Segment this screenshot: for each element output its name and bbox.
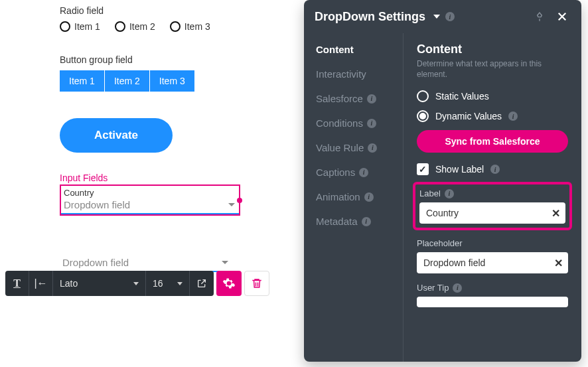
sync-from-salesforce-button[interactable]: Sync from Salesforce (417, 130, 568, 153)
pin-icon (534, 11, 545, 22)
open-external-button[interactable] (190, 271, 214, 296)
usertip-heading: User Tip i (417, 283, 568, 293)
chevron-down-icon[interactable] (433, 15, 440, 19)
radio-circle-icon (60, 21, 70, 32)
clear-button[interactable]: ✕ (551, 207, 560, 220)
button-group-item-3[interactable]: Item 3 (150, 70, 194, 92)
info-icon: i (367, 119, 376, 128)
font-family-value: Lato (60, 278, 78, 289)
radio-item-label: Item 1 (74, 21, 100, 32)
tab-label: Value Rule (316, 142, 364, 153)
radio-circle-icon (115, 21, 125, 32)
info-icon[interactable]: i (445, 12, 455, 21)
activate-button[interactable]: Activate (60, 118, 173, 153)
info-icon: i (359, 168, 368, 177)
align-left-icon: |← (34, 277, 47, 289)
placeholder-heading-text: Placeholder (417, 238, 463, 248)
panel-header: DropDown Settings i (304, 0, 581, 33)
dropdown-field-selected[interactable]: Country Dropdown field (60, 184, 240, 216)
info-icon: i (362, 217, 371, 226)
input-fields-header: Input Fields (60, 173, 299, 183)
clear-button[interactable]: ✕ (554, 257, 563, 269)
info-icon[interactable]: i (445, 189, 454, 198)
tab-metadata[interactable]: Metadata i (316, 216, 403, 227)
static-values-radio[interactable]: Static Values (417, 90, 568, 102)
tab-label: Interactivity (316, 68, 366, 80)
label-form-group: Label i Country ✕ (413, 182, 572, 230)
label-input[interactable]: Country (419, 202, 565, 224)
checkbox-checked-icon: ✓ (417, 163, 429, 175)
canvas: Radio field Item 1 Item 2 Item 3 Button … (0, 0, 299, 272)
dropdown-field-2[interactable]: Dropdown field (60, 256, 232, 272)
chevron-down-icon (133, 282, 139, 285)
tab-value-rule[interactable]: Value Rule i (316, 142, 403, 153)
info-icon: i (368, 143, 377, 153)
tab-label: Metadata (316, 216, 358, 227)
radio-label: Static Values (435, 91, 489, 102)
content-pane: Content Determine what text appears in t… (404, 33, 581, 362)
tab-label: Conditions (316, 117, 363, 129)
radio-item-label: Item 3 (184, 21, 210, 32)
tab-animation[interactable]: Animation i (316, 191, 403, 202)
info-icon[interactable]: i (453, 283, 462, 293)
dynamic-values-radio[interactable]: Dynamic Values i (417, 110, 568, 122)
gear-icon (222, 277, 236, 290)
placeholder-input[interactable]: Dropdown field (417, 252, 568, 273)
radio-item-3[interactable]: Item 3 (170, 21, 210, 32)
settings-side-tabs: Content Interactivity Salesforce i Condi… (304, 33, 404, 362)
tab-label: Animation (316, 191, 360, 202)
text-icon: T (13, 277, 21, 289)
tab-captions[interactable]: Captions i (316, 167, 403, 178)
usertip-input[interactable] (417, 297, 568, 307)
close-button[interactable] (553, 8, 571, 25)
placeholder-heading: Placeholder (417, 238, 568, 248)
tab-label: Salesforce (316, 93, 363, 104)
close-icon (556, 11, 568, 23)
radio-item-label: Item 2 (129, 21, 155, 32)
tab-salesforce[interactable]: Salesforce i (316, 93, 403, 104)
radio-row: Item 1 Item 2 Item 3 (60, 21, 299, 32)
show-label-text: Show Label (435, 164, 484, 175)
tab-interactivity[interactable]: Interactivity (316, 68, 403, 80)
usertip-form-group: User Tip i (417, 283, 568, 307)
button-group-block: Button group field Item 1 Item 2 Item 3 (60, 54, 299, 92)
trash-icon (251, 277, 263, 289)
tab-conditions[interactable]: Conditions i (316, 117, 403, 129)
settings-panel: DropDown Settings i Content Interactivit… (304, 0, 581, 362)
button-group: Item 1 Item 2 Item 3 (60, 70, 299, 92)
editor-toolbar: T |← Lato 16 (5, 271, 269, 296)
settings-button[interactable] (216, 271, 242, 296)
button-group-item-1[interactable]: Item 1 (60, 70, 104, 92)
resize-handle-icon[interactable] (237, 198, 242, 203)
info-icon[interactable]: i (508, 111, 518, 121)
tab-label: Content (316, 44, 354, 55)
radio-circle-icon (170, 21, 181, 32)
radio-label: Dynamic Values (435, 111, 502, 121)
dropdown-label: Country (61, 186, 239, 198)
font-size-select[interactable]: 16 (146, 271, 190, 296)
button-group-label: Button group field (60, 54, 299, 65)
info-icon: i (367, 94, 376, 104)
radio-item-1[interactable]: Item 1 (60, 21, 100, 32)
label-heading-text: Label (419, 188, 441, 198)
dropdown-placeholder: Dropdown field (60, 256, 232, 272)
usertip-heading-text: User Tip (417, 283, 449, 293)
radio-item-2[interactable]: Item 2 (115, 21, 155, 32)
font-family-select[interactable]: Lato (53, 271, 146, 296)
chevron-down-icon (177, 282, 183, 285)
font-size-value: 16 (153, 278, 163, 289)
pin-button[interactable] (531, 8, 548, 25)
open-external-icon (196, 278, 207, 289)
align-button[interactable]: |← (29, 271, 53, 296)
button-group-item-2[interactable]: Item 2 (105, 70, 149, 92)
delete-button[interactable] (244, 271, 269, 296)
radio-field-block: Radio field Item 1 Item 2 Item 3 (60, 5, 299, 32)
show-label-checkbox-row[interactable]: ✓ Show Label i (417, 163, 568, 175)
radio-unchecked-icon (417, 90, 429, 102)
tab-content[interactable]: Content (316, 44, 403, 55)
radio-checked-icon (417, 110, 429, 122)
text-mode-button[interactable]: T (5, 271, 29, 296)
info-icon[interactable]: i (490, 165, 500, 174)
pane-title: Content (417, 42, 568, 56)
toolbar-dark-group: T |← Lato 16 (5, 271, 214, 296)
